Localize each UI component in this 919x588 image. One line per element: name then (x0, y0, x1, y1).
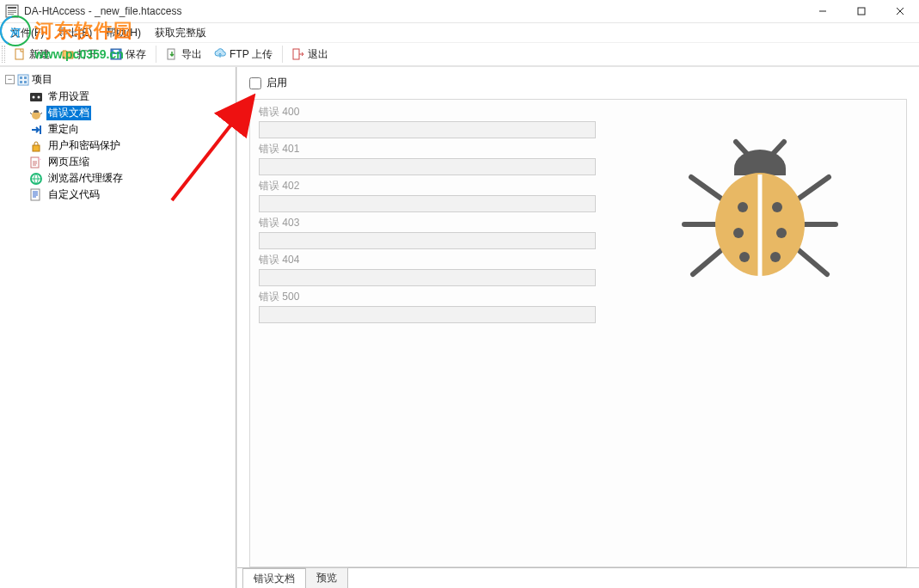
svg-point-25 (38, 95, 40, 98)
error-field-label: 错误 500 (259, 290, 898, 304)
toolbar-ftp-button[interactable]: FTP 上传 (209, 46, 278, 64)
error-doc-form: 错误 400错误 401错误 402错误 403错误 404错误 500 (249, 99, 907, 567)
tree-item-icon (29, 107, 43, 120)
svg-line-28 (40, 113, 42, 114)
tree-item[interactable]: 网页压缩 (28, 154, 236, 170)
svg-rect-4 (8, 7, 16, 9)
tree-pane: − 项目 常用设置错误文档重定向用户和密码保护网页压缩浏览器/代理缓存自定义代码 (0, 67, 236, 588)
tab-error-doc[interactable]: 错误文档 (242, 568, 306, 588)
svg-point-38 (733, 228, 744, 238)
error-field-input[interactable] (259, 158, 596, 175)
tree-item[interactable]: 错误文档 (28, 105, 236, 121)
svg-rect-31 (31, 157, 39, 168)
svg-point-40 (739, 252, 750, 262)
svg-rect-19 (20, 77, 22, 79)
window-minimize-button[interactable] (803, 0, 842, 22)
toolbar-save-label: 保存 (126, 47, 146, 62)
tree-item-icon (29, 156, 43, 169)
enable-label: 启用 (267, 76, 287, 90)
toolbar-grip (2, 46, 5, 63)
tree-item[interactable]: 浏览器/代理缓存 (28, 170, 236, 187)
menu-file[interactable]: 文件(F) (3, 24, 51, 42)
tree-root-label: 项目 (32, 72, 52, 87)
enable-checkbox[interactable] (249, 77, 261, 89)
app-icon (5, 4, 19, 18)
tree-item[interactable]: 自定义代码 (28, 187, 236, 203)
tab-preview[interactable]: 预览 (305, 567, 348, 588)
tree-item[interactable]: 重定向 (28, 121, 236, 138)
tree-item-icon (29, 188, 43, 202)
error-field-input[interactable] (259, 121, 596, 138)
upload-cloud-icon (214, 48, 226, 60)
tree-item[interactable]: 用户和密码保护 (28, 138, 236, 154)
export-icon (166, 48, 178, 60)
tree-item-icon (29, 172, 43, 186)
tree-item-icon (29, 90, 43, 104)
svg-rect-9 (858, 8, 865, 15)
svg-point-36 (738, 202, 748, 212)
tree-item-label: 错误文档 (46, 106, 91, 120)
toolbar-new-label: 新建 (29, 47, 50, 62)
tree-item-label: 重定向 (46, 122, 81, 137)
toolbar-new-button[interactable]: 新建 (9, 46, 55, 64)
toolbar-separator (156, 46, 156, 63)
tree-item-label: 自定义代码 (46, 187, 101, 202)
content-pane: 启用 错误 400错误 401错误 402错误 403错误 404错误 500 (236, 67, 919, 588)
error-field-input[interactable] (259, 195, 596, 212)
new-file-icon (14, 48, 26, 60)
toolbar-separator (282, 46, 283, 63)
title-bar: DA-HtAccess - _new_file.htaccess (0, 0, 919, 23)
error-field-input[interactable] (259, 306, 596, 323)
svg-rect-30 (33, 145, 40, 151)
svg-point-24 (33, 95, 35, 98)
toolbar-ftp-label: FTP 上传 (230, 47, 273, 62)
svg-point-39 (776, 228, 787, 238)
error-field-input[interactable] (259, 269, 596, 286)
svg-rect-7 (8, 14, 14, 15)
tree-item-label: 浏览器/代理缓存 (46, 171, 125, 186)
toolbar-open-button[interactable]: 打开 (57, 46, 103, 64)
window-title: DA-HtAccess - _new_file.htaccess (24, 5, 803, 17)
tree-item[interactable]: 常用设置 (28, 89, 236, 105)
open-folder-icon (62, 48, 74, 60)
svg-rect-12 (15, 49, 23, 59)
tree-item-label: 网页压缩 (46, 155, 91, 169)
tree-root-node[interactable]: − 项目 (3, 70, 236, 89)
toolbar-export-button[interactable]: 导出 (161, 46, 207, 64)
tree-item-label: 用户和密码保护 (46, 138, 122, 153)
error-field-label: 错误 400 (259, 105, 898, 119)
project-icon (17, 74, 29, 86)
exit-icon (292, 48, 304, 60)
window-close-button[interactable] (880, 0, 919, 22)
tree-collapse-icon[interactable]: − (5, 75, 15, 84)
svg-rect-22 (24, 81, 27, 83)
menu-export[interactable]: 导出(E) (51, 24, 99, 42)
svg-rect-18 (18, 75, 28, 85)
toolbar-exit-label: 退出 (308, 47, 328, 62)
svg-rect-5 (8, 10, 16, 11)
tree-item-icon (29, 123, 43, 137)
svg-point-37 (772, 202, 782, 212)
svg-rect-21 (20, 81, 22, 83)
menu-help[interactable]: 帮助(H) (99, 24, 148, 42)
window-maximize-button[interactable] (842, 0, 880, 22)
svg-point-41 (770, 252, 781, 262)
tree-item-icon (29, 139, 43, 153)
save-icon (110, 48, 122, 60)
toolbar-exit-button[interactable]: 退出 (287, 46, 334, 64)
svg-rect-20 (24, 77, 27, 79)
toolbar-open-label: 打开 (77, 47, 98, 62)
svg-rect-6 (8, 12, 16, 13)
tree-item-label: 常用设置 (46, 89, 91, 104)
toolbar-export-label: 导出 (181, 47, 202, 62)
svg-rect-15 (113, 50, 119, 52)
error-field-input[interactable] (259, 232, 596, 249)
svg-rect-14 (113, 54, 119, 58)
svg-rect-23 (30, 93, 42, 101)
menu-get-full[interactable]: 获取完整版 (148, 24, 213, 42)
svg-rect-17 (293, 49, 299, 59)
bottom-tab-strip: 错误文档 预览 (237, 567, 919, 588)
menu-bar: 文件(F) 导出(E) 帮助(H) 获取完整版 (0, 23, 919, 42)
toolbar-save-button[interactable]: 保存 (105, 46, 151, 64)
toolbar: 新建 打开 保存 导出 FTP 上传 退出 (0, 42, 919, 66)
